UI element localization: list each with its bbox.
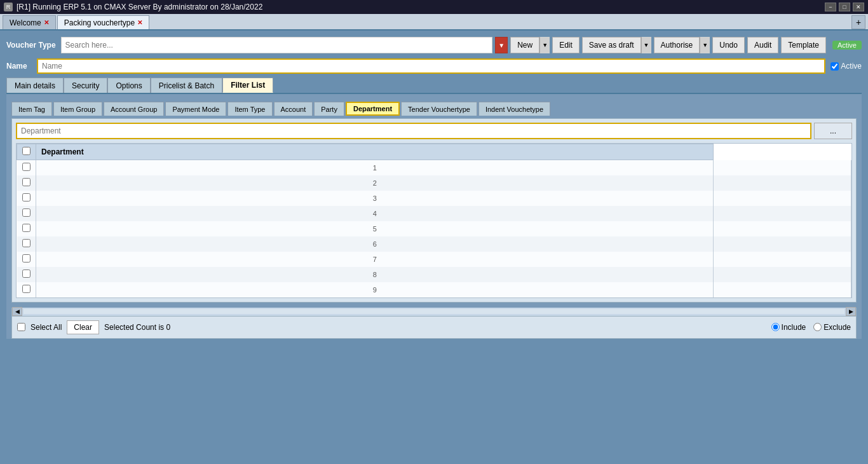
- grid-area: ... Department 1 2: [11, 118, 857, 303]
- row-checkbox[interactable]: [22, 270, 31, 278]
- tab-packing-close[interactable]: ✕: [137, 19, 142, 26]
- table-row[interactable]: 9: [17, 282, 851, 297]
- voucher-type-dropdown-arrow[interactable]: ▼: [495, 37, 508, 53]
- undo-button[interactable]: Undo: [712, 37, 745, 53]
- select-all-label[interactable]: Select All: [31, 323, 62, 332]
- horizontal-scrollbar[interactable]: ◀ ▶: [11, 308, 857, 317]
- template-button[interactable]: Template: [781, 37, 826, 53]
- row-checkbox-cell[interactable]: [17, 252, 36, 267]
- row-checkbox-cell[interactable]: [17, 267, 36, 282]
- row-checkbox-cell[interactable]: [17, 236, 36, 252]
- row-checkbox[interactable]: [22, 178, 31, 186]
- row-checkbox-cell[interactable]: [17, 221, 36, 236]
- edit-button[interactable]: Edit: [552, 37, 580, 53]
- department-table-wrapper[interactable]: Department 1 2 3 4 5: [16, 143, 852, 298]
- row-checkbox-cell[interactable]: [17, 282, 36, 297]
- subtab-filter-list[interactable]: Filter List: [222, 78, 273, 93]
- row-checkbox[interactable]: [22, 163, 31, 171]
- maximize-button[interactable]: □: [839, 3, 850, 11]
- department-table: Department 1 2 3 4 5: [17, 144, 851, 297]
- filter-tab-party[interactable]: Party: [314, 102, 344, 116]
- row-checkbox-cell[interactable]: [17, 175, 36, 191]
- department-search-input[interactable]: [16, 123, 811, 139]
- filter-tab-item-tag[interactable]: Item Tag: [11, 102, 52, 116]
- subtab-pricelist-batch[interactable]: Pricelist & Batch: [151, 78, 222, 93]
- table-row[interactable]: 4: [17, 206, 851, 221]
- active-checkbox[interactable]: [831, 62, 839, 71]
- dots-button[interactable]: ...: [814, 123, 852, 139]
- audit-button[interactable]: Audit: [747, 37, 778, 53]
- tab-packing-label: Packing vouchertype: [64, 18, 135, 27]
- authorise-button[interactable]: Authorise: [654, 37, 700, 53]
- include-radio[interactable]: [771, 323, 780, 331]
- row-checkbox[interactable]: [22, 208, 31, 217]
- hscroll-track[interactable]: [24, 309, 844, 314]
- tab-add-button[interactable]: +: [851, 15, 865, 29]
- authorise-dropdown-arrow[interactable]: ▼: [700, 37, 710, 53]
- selected-count-label: Selected Count is 0: [104, 323, 170, 332]
- exclude-radio[interactable]: [813, 323, 822, 331]
- save-draft-btn-group: Save as draft ▼: [582, 37, 651, 53]
- tabbar-left: Welcome ✕ Packing vouchertype ✕: [3, 15, 149, 29]
- filter-tab-account[interactable]: Account: [274, 102, 313, 116]
- exclude-radio-label[interactable]: Exclude: [813, 323, 851, 332]
- row-number: 8: [36, 267, 714, 282]
- row-checkbox-cell[interactable]: [17, 206, 36, 221]
- row-checkbox[interactable]: [22, 239, 31, 247]
- close-button[interactable]: ✕: [853, 3, 864, 11]
- minimize-button[interactable]: −: [825, 3, 836, 11]
- row-checkbox-cell[interactable]: [17, 191, 36, 206]
- filter-tab-indent-vouchetype[interactable]: Indent Vouchetype: [478, 102, 550, 116]
- row-number: 7: [36, 252, 714, 267]
- table-header-checkbox[interactable]: [17, 144, 36, 160]
- table-row[interactable]: 6: [17, 236, 851, 252]
- filter-tab-payment-mode[interactable]: Payment Mode: [165, 102, 226, 116]
- table-row[interactable]: 5: [17, 221, 851, 236]
- row-checkbox[interactable]: [22, 224, 31, 232]
- filter-tab-item-type[interactable]: Item Type: [227, 102, 272, 116]
- authorise-btn-group: Authorise ▼: [654, 37, 710, 53]
- header-checkbox[interactable]: [22, 147, 31, 155]
- voucher-type-label: Voucher Type: [6, 41, 56, 50]
- table-row[interactable]: 1: [17, 160, 851, 175]
- clear-button[interactable]: Clear: [67, 320, 99, 334]
- name-input[interactable]: [37, 58, 825, 74]
- filter-tab-department[interactable]: Department: [346, 102, 400, 116]
- filter-tab-account-group[interactable]: Account Group: [104, 102, 164, 116]
- titlebar-controls: − □ ✕: [825, 3, 864, 11]
- save-as-draft-button[interactable]: Save as draft: [582, 37, 641, 53]
- save-draft-dropdown-arrow[interactable]: ▼: [641, 37, 651, 53]
- hscroll-right-arrow[interactable]: ▶: [846, 307, 856, 316]
- table-row[interactable]: 7: [17, 252, 851, 267]
- main-content: Voucher Type ▼ New ▼ Edit Save as draft …: [0, 31, 868, 464]
- titlebar-title: [R1] Running ERP 5.1 on CMAX Server By a…: [17, 3, 262, 11]
- new-button[interactable]: New: [510, 37, 539, 53]
- voucher-type-search[interactable]: [61, 37, 493, 53]
- tab-welcome-close[interactable]: ✕: [44, 19, 49, 26]
- new-dropdown-arrow[interactable]: ▼: [539, 37, 550, 53]
- row-checkbox-cell[interactable]: [17, 160, 36, 175]
- row-checkbox[interactable]: [22, 254, 31, 263]
- table-row[interactable]: 3: [17, 191, 851, 206]
- table-row[interactable]: 8: [17, 267, 851, 282]
- row-checkbox[interactable]: [22, 193, 31, 201]
- filter-tab-tender-vouchertype[interactable]: Tender Vouchertype: [401, 102, 477, 116]
- active-label: Active: [841, 62, 862, 71]
- row-department-value: [714, 267, 851, 282]
- row-checkbox[interactable]: [22, 285, 31, 293]
- tab-packing[interactable]: Packing vouchertype ✕: [57, 15, 149, 29]
- subtab-security[interactable]: Security: [64, 78, 107, 93]
- subtab-options[interactable]: Options: [107, 78, 150, 93]
- filter-tab-item-group[interactable]: Item Group: [53, 102, 102, 116]
- table-row[interactable]: 2: [17, 175, 851, 191]
- include-radio-label[interactable]: Include: [771, 323, 806, 332]
- name-row: Name Active: [6, 58, 862, 74]
- select-all-checkbox[interactable]: [17, 323, 25, 331]
- subtab-main-details[interactable]: Main details: [6, 78, 64, 93]
- tab-welcome[interactable]: Welcome ✕: [3, 15, 56, 29]
- active-checkbox-label[interactable]: Active: [831, 62, 862, 71]
- hscroll-left-arrow[interactable]: ◀: [12, 307, 22, 316]
- bottom-bar: Select All Clear Selected Count is 0 Inc…: [11, 317, 857, 339]
- include-exclude-group: Include Exclude: [771, 323, 851, 332]
- content-panel: Item Tag Item Group Account Group Paymen…: [6, 94, 862, 339]
